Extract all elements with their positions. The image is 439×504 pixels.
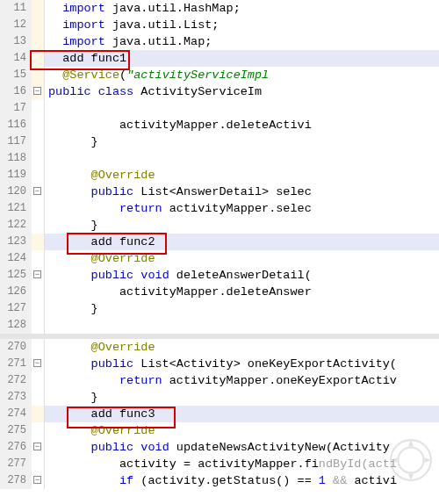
code-text[interactable]: } — [45, 217, 439, 234]
code-text[interactable]: add func1 — [45, 50, 439, 67]
code-text[interactable]: import java.util.HashMap; — [45, 0, 439, 17]
code-line[interactable]: 271− public List<Activity> oneKeyExportA… — [0, 356, 439, 372]
token-kw: void — [140, 441, 169, 454]
token-txt: ActivityServiceIm — [133, 85, 262, 98]
code-line[interactable]: 11 import java.util.HashMap; — [0, 0, 439, 17]
fold-gutter[interactable]: − — [32, 267, 45, 284]
fold-gutter[interactable]: − — [32, 439, 45, 456]
code-line[interactable]: 119 @Override — [0, 167, 439, 184]
code-text[interactable]: public class ActivityServiceIm — [45, 83, 439, 100]
line-number: 277 — [0, 456, 32, 472]
code-text[interactable]: add func2 — [45, 234, 439, 250]
code-line[interactable]: 123 add func2 — [0, 234, 439, 250]
token-dim: ndById(acti — [319, 457, 397, 471]
line-number: 276 — [0, 439, 32, 456]
token-txt: (activity.getStatus() == — [133, 474, 319, 487]
code-line[interactable]: 276− public void updateNewsActivityNew(A… — [0, 439, 439, 456]
code-text[interactable] — [45, 100, 439, 117]
code-line[interactable]: 15 @Service("activityServiceImpl — [0, 67, 439, 83]
line-number: 17 — [0, 100, 32, 117]
code-text[interactable]: return activityMapper.selec — [45, 200, 439, 217]
code-line[interactable]: 270 @Override — [0, 339, 439, 356]
code-editor[interactable]: 11 import java.util.HashMap;12 import ja… — [0, 0, 439, 504]
fold-collapse-icon[interactable]: − — [33, 359, 41, 367]
fold-collapse-icon[interactable]: − — [33, 187, 41, 195]
fold-gutter — [32, 389, 45, 406]
code-line[interactable]: 275 @Override — [0, 422, 439, 439]
fold-gutter — [32, 422, 45, 439]
code-line[interactable]: 116 activityMapper.deleteActivi — [0, 117, 439, 133]
code-line[interactable]: 121 return activityMapper.selec — [0, 200, 439, 217]
token-kw: import — [62, 18, 105, 32]
code-text[interactable]: return activityMapper.oneKeyExportActiv — [45, 372, 439, 389]
code-line[interactable]: 272 return activityMapper.oneKeyExportAc… — [0, 372, 439, 389]
code-line[interactable]: 128 — [0, 317, 439, 334]
code-text[interactable] — [45, 317, 439, 334]
code-text[interactable]: public void updateNewsActivityNew(Activi… — [45, 439, 439, 456]
token-txt: java.util.List; — [105, 18, 220, 32]
code-text[interactable]: public List<AnswerDetail> selec — [45, 184, 439, 200]
code-text[interactable]: } — [45, 133, 439, 150]
code-text[interactable]: activity = activityMapper.findById(acti — [45, 456, 439, 472]
fold-gutter[interactable]: − — [32, 472, 45, 489]
code-text[interactable]: @Override — [45, 422, 439, 439]
code-line[interactable]: 117 } — [0, 133, 439, 150]
code-text[interactable]: @Service("activityServiceImpl — [45, 67, 439, 83]
line-number: 273 — [0, 389, 32, 406]
token-txt: add func3 — [91, 407, 155, 421]
code-text[interactable]: import java.util.Map; — [45, 33, 439, 50]
fold-gutter[interactable]: − — [32, 356, 45, 372]
code-line[interactable]: 16−public class ActivityServiceIm — [0, 83, 439, 100]
code-text[interactable]: add func3 — [45, 406, 439, 422]
code-text[interactable]: public void deleteAnswerDetail( — [45, 267, 439, 284]
token-txt: add func1 — [62, 52, 126, 65]
code-line[interactable]: 278− if (activity.getStatus() == 1 && ac… — [0, 472, 439, 489]
code-text[interactable]: import java.util.List; — [45, 17, 439, 33]
line-number: 117 — [0, 133, 32, 150]
token-txt: List<Activity> oneKeyExportActivity( — [133, 357, 397, 371]
code-text[interactable]: @Override — [45, 167, 439, 184]
code-text[interactable]: @Override — [45, 339, 439, 356]
fold-gutter — [32, 200, 45, 217]
fold-collapse-icon[interactable]: − — [33, 476, 41, 484]
code-line[interactable]: 122 } — [0, 217, 439, 234]
code-text[interactable]: if (activity.getStatus() == 1 && activi — [45, 472, 439, 489]
line-number: 272 — [0, 372, 32, 389]
code-line[interactable]: 17 — [0, 100, 439, 117]
fold-collapse-icon[interactable]: − — [33, 443, 41, 450]
token-txt: deleteAnswerDetail( — [169, 269, 312, 282]
code-line[interactable]: 118 — [0, 150, 439, 167]
code-line[interactable]: 274 add func3 — [0, 406, 439, 422]
token-txt: List<AnswerDetail> selec — [133, 185, 312, 198]
token-kw: class — [98, 85, 134, 98]
fold-collapse-icon[interactable]: − — [33, 270, 41, 278]
token-txt: } — [91, 391, 98, 404]
line-number: 125 — [0, 267, 32, 284]
token-txt — [326, 474, 333, 487]
line-number: 124 — [0, 250, 32, 267]
fold-gutter[interactable]: − — [32, 184, 45, 200]
code-line[interactable]: 126 activityMapper.deleteAnswer — [0, 284, 439, 300]
fold-collapse-icon[interactable]: − — [33, 87, 41, 95]
code-text[interactable] — [45, 150, 439, 167]
code-line[interactable]: 125− public void deleteAnswerDetail( — [0, 267, 439, 284]
code-line[interactable]: 12 import java.util.List; — [0, 17, 439, 33]
code-text[interactable]: activityMapper.deleteActivi — [45, 117, 439, 133]
code-text[interactable]: activityMapper.deleteAnswer — [45, 284, 439, 300]
code-line[interactable]: 124 @Override — [0, 250, 439, 267]
token-ann: @Override — [91, 252, 155, 265]
code-line[interactable]: 14 add func1 — [0, 50, 439, 67]
token-dim: && — [333, 474, 347, 487]
code-text[interactable]: public List<Activity> oneKeyExportActivi… — [45, 356, 439, 372]
fold-gutter[interactable]: − — [32, 83, 45, 100]
code-line[interactable]: 273 } — [0, 389, 439, 406]
code-line[interactable]: 277 activity = activityMapper.findById(a… — [0, 456, 439, 472]
fold-gutter — [32, 167, 45, 184]
token-ann: @Override — [91, 424, 155, 437]
code-line[interactable]: 127 } — [0, 300, 439, 317]
code-text[interactable]: } — [45, 389, 439, 406]
code-line[interactable]: 13 import java.util.Map; — [0, 33, 439, 50]
code-text[interactable]: @Override — [45, 250, 439, 267]
code-line[interactable]: 120− public List<AnswerDetail> selec — [0, 184, 439, 200]
code-text[interactable]: } — [45, 300, 439, 317]
